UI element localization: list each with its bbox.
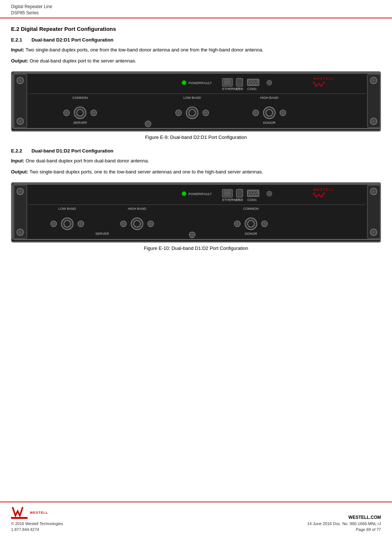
svg-text:DONOR: DONOR <box>245 232 257 236</box>
page-header: Digital Repeater Line DSP85 Series <box>0 0 392 18</box>
figure-e9-caption: Figure E-9: Dual-band D2:D1 Port Configu… <box>11 134 381 140</box>
figure-e9-container: POWER/FAULT ETHERNET USB <box>11 71 381 140</box>
svg-point-88 <box>182 191 186 196</box>
svg-text:DONOR: DONOR <box>263 121 276 125</box>
svg-point-27 <box>249 80 251 82</box>
subsection1-heading: Dual-band D2:D1 Port Configuration <box>32 37 114 43</box>
main-content: E.2 Digital Repeater Port Configurations… <box>0 18 392 265</box>
brand-line2: DSP85 Series <box>11 10 381 16</box>
svg-text:COMMON: COMMON <box>72 96 88 100</box>
device-panel-2: POWER/FAULT ETHERNET USB <box>11 182 381 243</box>
svg-point-31 <box>251 83 252 84</box>
svg-point-16 <box>182 80 186 85</box>
subsection1-title: E.2.1 Dual-band D2:D1 Port Configuration <box>11 37 381 43</box>
svg-text:WESTELL: WESTELL <box>313 188 334 191</box>
svg-point-101 <box>255 192 256 193</box>
footer-website: WESTELL.COM <box>348 515 381 520</box>
footer-logo-text: WESTELL <box>30 511 48 514</box>
footer-left: WESTELL © 2016 Westell Technologies 1.87… <box>11 505 63 532</box>
svg-rect-96 <box>236 189 243 197</box>
subsection1-input: Input: Two single-band duplex ports, one… <box>11 46 381 54</box>
svg-text:COMMON: COMMON <box>243 207 259 211</box>
input-text-2: One dual-band duplex port from dual-band… <box>24 158 149 164</box>
svg-rect-26 <box>247 79 259 86</box>
page-footer: WESTELL © 2016 Westell Technologies 1.87… <box>0 502 392 535</box>
svg-point-100 <box>252 192 253 193</box>
footer-right: WESTELL.COM 14 June 2016 Doc. No. 960-16… <box>307 515 381 532</box>
svg-point-99 <box>249 192 251 193</box>
svg-point-67 <box>266 110 273 116</box>
output-text-1: One dual-band duplex port to the server … <box>28 58 136 64</box>
svg-rect-145 <box>11 517 28 519</box>
svg-point-30 <box>248 83 249 84</box>
svg-rect-90 <box>222 189 233 197</box>
svg-rect-18 <box>222 78 233 86</box>
footer-copyright: © 2016 Westell Technologies <box>11 521 63 526</box>
svg-point-33 <box>257 83 258 84</box>
svg-point-102 <box>248 194 249 195</box>
svg-text:WESTELL: WESTELL <box>313 77 334 80</box>
device-svg-2: POWER/FAULT ETHERNET USB <box>12 183 381 240</box>
input-text-1: Two single-band duplex ports, one from t… <box>24 47 263 53</box>
footer-doc: 14 June 2016 Doc. No. 960-1666-MNL rJ <box>307 521 381 526</box>
svg-point-45 <box>77 110 83 116</box>
svg-point-103 <box>251 194 252 195</box>
svg-point-104 <box>254 194 255 195</box>
input-label-1: Input: <box>11 47 24 53</box>
subsection2-section: E.2.2 Dual-band D1:D2 Port Configuration… <box>11 148 381 251</box>
svg-text:POWER/FAULT: POWER/FAULT <box>188 192 212 196</box>
footer-page: Page 69 of 77 <box>356 527 381 532</box>
svg-point-32 <box>254 83 255 84</box>
svg-point-105 <box>257 194 258 195</box>
svg-text:USB: USB <box>236 198 243 202</box>
brand-line1: Digital Repeater Line <box>11 4 381 10</box>
svg-rect-98 <box>247 190 259 197</box>
subsection2-input: Input: One dual-band duplex port from du… <box>11 157 381 165</box>
svg-text:COM1: COM1 <box>247 87 257 91</box>
svg-point-58 <box>189 110 195 116</box>
input-label-2: Input: <box>11 158 24 164</box>
subsection1-label: E.2.1 <box>11 37 22 43</box>
subsection2-title: E.2.2 Dual-band D1:D2 Port Configuration <box>11 148 381 154</box>
output-text-2: Two single-band duplex ports, one to the… <box>28 169 263 175</box>
svg-text:POWER/FAULT: POWER/FAULT <box>188 81 212 85</box>
subsection2-label: E.2.2 <box>11 148 22 154</box>
subsection2-output: Output: Two single-band duplex ports, on… <box>11 168 381 176</box>
subsection2-heading: Dual-band D1:D2 Port Configuration <box>32 148 114 154</box>
footer-logo: WESTELL <box>11 505 63 520</box>
brand-lines: Digital Repeater Line DSP85 Series <box>11 4 381 16</box>
svg-text:LOW BAND: LOW BAND <box>58 207 76 211</box>
figure-e10-caption: Figure E-10: Dual-band D1:D2 Port Config… <box>11 245 381 251</box>
svg-point-29 <box>255 80 256 82</box>
section-title: E.2 Digital Repeater Port Configurations <box>11 26 381 32</box>
svg-text:SERVER: SERVER <box>73 121 87 125</box>
svg-text:HIGH BAND: HIGH BAND <box>128 207 147 211</box>
westell-logo-svg <box>11 505 28 520</box>
figure-e10-container: POWER/FAULT ETHERNET USB <box>11 182 381 251</box>
svg-rect-24 <box>236 78 243 86</box>
footer-phone: 1.877.844.4274 <box>11 527 63 532</box>
svg-point-126 <box>134 220 140 227</box>
output-label-2: Output: <box>11 169 28 175</box>
output-label-1: Output: <box>11 58 28 64</box>
svg-point-28 <box>252 80 253 82</box>
svg-text:SERVER: SERVER <box>96 232 109 236</box>
svg-text:LOW BAND: LOW BAND <box>183 96 201 100</box>
svg-text:COM1: COM1 <box>247 198 257 202</box>
svg-point-117 <box>64 220 71 227</box>
subsection1-output: Output: One dual-band duplex port to the… <box>11 57 381 65</box>
svg-text:HIGH BAND: HIGH BAND <box>260 96 279 100</box>
svg-text:USB: USB <box>236 87 243 91</box>
device-panel-1: POWER/FAULT ETHERNET USB <box>11 71 381 132</box>
device-svg-1: POWER/FAULT ETHERNET USB <box>12 72 381 129</box>
svg-point-139 <box>248 220 254 227</box>
